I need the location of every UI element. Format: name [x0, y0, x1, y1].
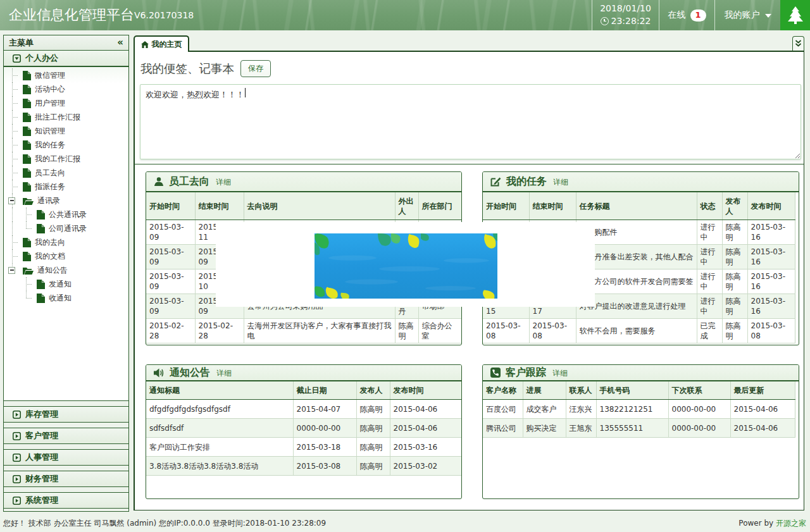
tree-item-label: 微信管理: [35, 70, 65, 81]
tree-item-发通知[interactable]: 发通知: [4, 277, 128, 291]
table-row[interactable]: sdfsdfsdf0000-00-00陈高明2015-04-06: [146, 419, 461, 438]
table-cell: 陈高明: [356, 400, 390, 419]
tree-item-通知公告[interactable]: 通知公告: [4, 263, 128, 277]
column-header: 外出人: [395, 192, 418, 220]
panel-title-staff: 员工去向: [169, 175, 209, 189]
table-cell: 陈高明: [722, 245, 747, 269]
save-button[interactable]: 保存: [240, 60, 271, 77]
tree-item-知识管理[interactable]: 知识管理: [4, 124, 128, 138]
tree-item-我的文档[interactable]: 我的文档: [4, 249, 128, 263]
theme-button[interactable]: [780, 0, 810, 30]
floating-ad[interactable]: [216, 222, 595, 307]
table-row[interactable]: 腾讯公司购买决定王旭东1355555110000-00-002015-04-06: [483, 419, 795, 438]
sidebar-section-label: 个人办公: [25, 53, 58, 64]
file-icon: [37, 294, 45, 303]
table-cell: 2015-03-08: [483, 319, 529, 343]
panel-icon: [154, 368, 165, 378]
sidebar-section-系统管理[interactable]: 系统管理: [4, 492, 128, 509]
table-row[interactable]: 3.8活动3.8活动3.8活动3.8活动2015-03-08陈高明2015-03…: [146, 457, 461, 476]
sidebar-title: 主菜单: [9, 37, 34, 49]
table-cell: 2015-03-16: [747, 269, 795, 294]
table-cell: 已完成: [697, 319, 722, 343]
table-row[interactable]: dfgdfgdfgdsfgsdfgsdf2015-04-07陈高明2015-04…: [146, 400, 461, 419]
table-cell: 综合办公室: [418, 319, 461, 343]
sidebar-section-personal[interactable]: 个人办公: [4, 51, 128, 67]
table-row[interactable]: 客户回访工作安排2015-03-18陈高明2015-03-16: [146, 438, 461, 457]
online-indicator[interactable]: 在线 1: [659, 0, 714, 30]
panel-header: 员工去向 详细: [146, 172, 461, 192]
tree-connector: [18, 207, 32, 221]
tree-item-微信管理[interactable]: 微信管理: [4, 68, 128, 82]
notes-textarea[interactable]: [140, 84, 801, 159]
panel-detail-link[interactable]: 详细: [216, 368, 232, 379]
panel-title-crm: 客户跟踪: [506, 366, 546, 380]
table-cell: 汪东兴: [566, 400, 596, 419]
tree-connector: [4, 277, 18, 291]
tree-connector: [4, 235, 18, 249]
table-row[interactable]: 2015-02-282015-02-28去海州开发区拜访客户，大家有事直接打我电…: [146, 319, 461, 343]
status-text: 您好！ 技术部 办公室主任 司马飘然 (admin) 您的IP:0.0.0.0 …: [3, 518, 326, 529]
sidebar-section-客户管理[interactable]: 客户管理: [4, 428, 128, 444]
column-header: 联系人: [566, 381, 596, 400]
account-menu[interactable]: 我的账户: [714, 0, 780, 30]
table-header-row: 客户名称进展联系人手机号码下次联系最后更新: [483, 381, 795, 400]
table-cell: 3.8活动3.8活动3.8活动3.8活动: [146, 457, 293, 476]
file-icon: [23, 127, 31, 136]
powered-by-prefix: Power by: [738, 519, 776, 528]
tree-expander-minus[interactable]: [8, 197, 15, 204]
table-cell: 0000-00-00: [668, 419, 730, 438]
table-row[interactable]: 2015-03-082015-03-08软件不会用，需要服务已完成陈高明2015…: [483, 319, 795, 343]
panel-table: 通知标题截止日期发布人发布时间 dfgdfgdfgdsfgsdfgsdf2015…: [146, 381, 461, 476]
tree-item-通讯录[interactable]: 通讯录: [4, 194, 128, 207]
column-header: 结束时间: [529, 192, 576, 220]
tree-item-批注工作汇报[interactable]: 批注工作汇报: [4, 110, 128, 124]
file-icon: [23, 154, 31, 164]
tree-item-我的工作汇报[interactable]: 我的工作汇报: [4, 152, 128, 166]
tree-item-label: 我的去向: [35, 237, 65, 248]
panel-detail-link[interactable]: 详细: [216, 177, 231, 188]
column-header: 进展: [523, 381, 566, 400]
column-header: 发布时间: [747, 192, 795, 220]
sidebar-tree: 微信管理活动中心用户管理批注工作汇报知识管理我的任务我的工作汇报员工去向指派任务…: [4, 67, 128, 401]
section-collapsed-icon: [13, 475, 21, 483]
file-icon: [23, 238, 31, 247]
table-cell: 客户回访工作安排: [146, 438, 293, 457]
tree-connector: [4, 180, 18, 194]
column-header: 发布人: [722, 192, 747, 220]
tree-connector: [4, 249, 18, 263]
tree-item-我的去向[interactable]: 我的去向: [4, 235, 128, 249]
tree-item-公共通讯录[interactable]: 公共通讯录: [4, 207, 128, 221]
sidebar-section-人事管理[interactable]: 人事管理: [4, 449, 128, 466]
tree-item-label: 通讯录: [37, 195, 60, 206]
sidebar-section-财务管理[interactable]: 财务管理: [4, 471, 128, 487]
panel-detail-link[interactable]: 详细: [553, 177, 568, 188]
section-collapsed-icon: [13, 432, 21, 440]
tree-item-收通知[interactable]: 收通知: [4, 291, 128, 305]
tree-item-公司通讯录[interactable]: 公司通讯录: [4, 221, 128, 235]
table-cell: 2015-04-07: [293, 400, 356, 419]
panel-header: 客户跟踪 详细: [483, 365, 799, 381]
tree-item-指派任务[interactable]: 指派任务: [4, 180, 128, 194]
tree-expander-minus[interactable]: [8, 267, 15, 274]
powered-by-brand[interactable]: 开源之家: [776, 519, 806, 528]
sidebar-collapse-icon[interactable]: «: [117, 38, 123, 47]
panel-detail-link[interactable]: 详细: [552, 368, 568, 379]
table-cell: 2015-03-09: [146, 269, 195, 294]
tab-list-button[interactable]: [792, 36, 804, 51]
tab-home[interactable]: 我的主页: [134, 35, 189, 52]
sidebar-section-label: 系统管理: [25, 495, 58, 506]
tree-item-我的任务[interactable]: 我的任务: [4, 138, 128, 152]
panel-header: 我的任务 详细: [483, 172, 799, 192]
tree-item-员工去向[interactable]: 员工去向: [4, 166, 128, 180]
table-row[interactable]: 百度公司成交客户汪东兴138221212510000-00-002015-04-…: [483, 400, 795, 419]
table-cell: 2015-03-08: [529, 319, 576, 343]
tree-connector: [18, 221, 32, 235]
column-header: 发布时间: [390, 381, 461, 400]
tree-item-用户管理[interactable]: 用户管理: [4, 96, 128, 110]
tree-item-活动中心[interactable]: 活动中心: [4, 82, 128, 96]
table-cell: 2015-03-16: [390, 438, 461, 457]
sidebar-section-库存管理[interactable]: 库存管理: [4, 406, 128, 423]
chevron-double-down-icon: [795, 40, 802, 47]
tree-connector: [4, 166, 18, 180]
table-header-row: 通知标题截止日期发布人发布时间: [146, 381, 461, 400]
